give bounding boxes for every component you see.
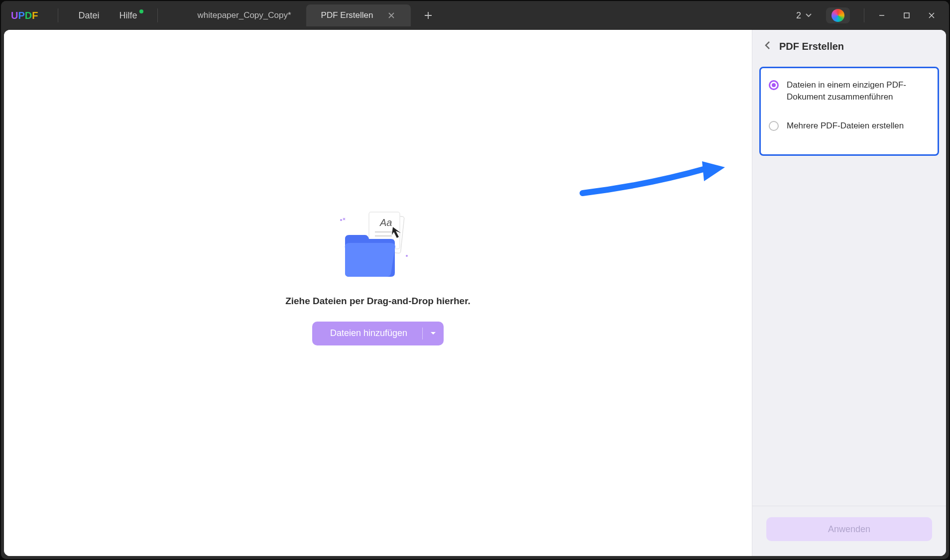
separator — [864, 8, 864, 22]
titlebar: U P D F Datei Hilfe whitepaper_Copy_Copy… — [1, 1, 949, 30]
drop-zone[interactable]: Aa Z — [285, 211, 471, 345]
radio-selected-icon — [769, 80, 779, 90]
radio-label: Mehrere PDF-Dateien erstellen — [787, 120, 904, 132]
sidebar-header: PDF Erstellen — [752, 30, 946, 63]
radio-label: Dateien in einem einzigen PDF-Dokument z… — [787, 79, 930, 103]
menu-help[interactable]: Hilfe — [110, 10, 147, 21]
add-files-button[interactable]: Dateien hinzufügen — [312, 322, 444, 345]
separator — [157, 8, 158, 22]
app-logo: U P D F — [11, 10, 38, 21]
svg-rect-0 — [904, 13, 909, 18]
dropdown-arrow-icon[interactable] — [423, 332, 444, 336]
svg-text:Aa: Aa — [379, 217, 392, 228]
radio-option-merge[interactable]: Dateien in einem einzigen PDF-Dokument z… — [769, 75, 930, 107]
drop-text: Ziehe Dateien per Drag-and-Drop hierher. — [285, 296, 471, 307]
sidebar-title: PDF Erstellen — [779, 41, 844, 52]
titlebar-right: 2 — [796, 5, 949, 25]
notification-dot — [139, 9, 143, 13]
options-box: Dateien in einem einzigen PDF-Dokument z… — [759, 67, 939, 156]
minimize-button[interactable] — [869, 5, 894, 25]
avatar-button[interactable] — [826, 7, 850, 23]
count-indicator[interactable]: 2 — [796, 10, 801, 21]
close-button[interactable] — [919, 5, 944, 25]
svg-point-7 — [340, 219, 342, 221]
sidebar-footer: Anwenden — [752, 506, 946, 556]
menu-file[interactable]: Datei — [68, 10, 109, 21]
close-tab-icon[interactable] — [387, 11, 396, 20]
apply-button[interactable]: Anwenden — [766, 517, 932, 541]
tab-document[interactable]: whitepaper_Copy_Copy* — [183, 4, 306, 26]
separator — [58, 8, 58, 22]
chevron-down-icon[interactable] — [805, 11, 812, 19]
radio-unselected-icon — [769, 121, 779, 131]
main-pane: Aa Z — [4, 30, 752, 556]
radio-option-multiple[interactable]: Mehrere PDF-Dateien erstellen — [769, 116, 930, 136]
add-files-label: Dateien hinzufügen — [312, 328, 422, 338]
annotation-arrow-icon — [578, 159, 727, 199]
tab-pdf-erstellen[interactable]: PDF Erstellen — [306, 4, 411, 26]
folder-illustration-icon: Aa — [338, 211, 418, 281]
sidebar: PDF Erstellen Dateien in einem einzigen … — [752, 30, 946, 556]
avatar-icon — [831, 9, 844, 22]
add-tab-button[interactable] — [421, 8, 436, 23]
content-area: Aa Z — [4, 30, 946, 556]
window-controls — [869, 5, 944, 25]
back-chevron-icon[interactable] — [764, 40, 770, 53]
app-window: U P D F Datei Hilfe whitepaper_Copy_Copy… — [1, 1, 949, 559]
tab-bar: whitepaper_Copy_Copy* PDF Erstellen — [183, 4, 436, 26]
maximize-button[interactable] — [894, 5, 919, 25]
svg-point-8 — [406, 255, 408, 257]
